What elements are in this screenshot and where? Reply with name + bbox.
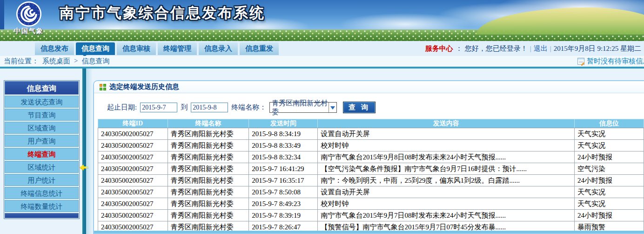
breadcrumb-row: 当前位置： 系统桌面 > 信息查询 暂时没有待审核信息 [0,56,644,67]
sidebar-item[interactable]: 区域统计 [5,161,79,173]
table-row[interactable]: 240305002005027青秀区南阳新光村委2015-9-7 8:39:19… [98,210,644,221]
nav-bar: 信息发布信息查询信息审核终端管理信息录入信息重发 服务中心： 您好，您已经登录！… [0,41,644,56]
nav-tab[interactable]: 信息发布 [35,42,74,55]
table-cell: 空气污染 [575,163,644,175]
page: 中国气象 南宁市气象综合信息发布系统 信息发布信息查询信息审核终端管理信息录入信… [0,0,644,234]
panel-title: 选定终端发送历史信息 [109,83,179,91]
table-cell: 青秀区南阳新光村委 [168,151,249,163]
breadcrumb-current: 信息查询 [81,57,109,66]
date-range-label: 起止日期: [107,103,137,112]
column-header: 终端ID [98,119,168,128]
table-cell: 24小时预报 [575,151,644,163]
table-cell: 设置自动开关屏 [318,186,575,198]
panel-grid-icon [100,84,106,90]
table-cell: 2015-9-7 8:49:23 [249,198,318,210]
column-header: 发送内容 [318,119,575,128]
nav-tab[interactable]: 信息审核 [117,42,156,55]
chevron-down-icon[interactable] [329,103,336,112]
table-cell: 【空气污染气象条件预报】南宁市气象台9月7日16时提供：预计...... [318,163,575,175]
nav-tab[interactable]: 信息录入 [199,42,238,55]
date-to-input[interactable] [191,103,228,112]
table-cell: 2015-9-7 16:35:17 [249,175,318,186]
table-cell: 青秀区南阳新光村委 [168,163,249,175]
sidebar-footer [5,213,79,218]
table-row[interactable]: 240305002005027青秀区南阳新光村委2015-9-8 8:32:34… [98,151,644,163]
table-cell: 240305002005027 [98,186,168,198]
table-cell: 2015-9-8 8:33:49 [249,140,318,151]
breadcrumb-home-link[interactable]: 系统桌面 [42,57,70,66]
to-label: 到 [181,103,188,112]
table-cell: 青秀区南阳新光村委 [168,175,249,186]
terminal-select[interactable]: 青秀区南阳新光村委 [269,102,337,113]
table-row[interactable]: 240305002005027青秀区南阳新光村委2015-9-7 16:35:1… [98,175,644,186]
query-button[interactable]: 查 询 [343,102,376,113]
separator: | [530,45,531,53]
breadcrumb-label: 当前位置： [4,57,39,66]
table-cell: 校对时钟 [318,198,575,210]
breadcrumb: 当前位置： 系统桌面 > 信息查询 [4,57,109,66]
table-cell: 南宁市气象台2015年9月7日08时发布未来24小时天气预报...... [318,210,575,221]
table-cell: 天气实况 [575,128,644,140]
notepad-pencil-icon [577,58,584,65]
table-cell: 240305002005027 [98,128,168,140]
sidebar-item[interactable]: 终端信息统计 [5,187,79,199]
table-cell: 南宁市气象台2015年9月8日08时发布未来24小时天气预报...... [318,151,575,163]
bottom-scrollbar [94,231,644,233]
table-row[interactable]: 240305002005027青秀区南阳新光村委2015-9-7 16:41:2… [98,163,644,175]
review-notice-text: 暂时没有待审核信息 [587,57,644,66]
table-row[interactable]: 240305002005027青秀区南阳新光村委2015-9-7 8:50:08… [98,186,644,198]
table-cell: 24小时预报 [575,175,644,186]
date-from-input[interactable] [140,103,177,112]
sidebar-item[interactable]: 节目查询 [5,109,79,121]
logout-link[interactable]: 退出 [534,44,548,53]
table-cell: 青秀区南阳新光村委 [168,210,249,221]
sidebar-item[interactable]: 发送状态查询 [5,96,79,108]
nav-tab[interactable]: 终端管理 [158,42,197,55]
table-cell: 校对时钟 [318,140,575,151]
table-cell: 240305002005027 [98,151,168,163]
nav-tabs: 信息发布信息查询信息审核终端管理信息录入信息重发 [35,42,279,55]
table-header-row: 终端ID终端名称发送时间发送内容信息位 [98,119,644,128]
query-form: 起止日期: 到 终端名称： 青秀区南阳新光村委 查 询 [107,102,644,113]
table-cell: 2015-9-7 8:50:08 [249,186,318,198]
table-cell: 青秀区南阳新光村委 [168,128,249,140]
datetime-text: 2015年9月8日 9:12:25 星期二 [554,44,641,53]
table-cell: 2015-9-8 8:32:34 [249,151,318,163]
nav-tab[interactable]: 信息查询 [76,42,115,55]
breadcrumb-separator: > [74,57,78,66]
table-cell: 24小时预报 [575,210,644,221]
banner: 中国气象 南宁市气象综合信息发布系统 [0,0,644,41]
nav-tab[interactable]: 信息重发 [240,42,279,55]
sidebar: 信息查询 发送状态查询节目查询区域查询用户查询终端查询区域统计用户统计终端信息统… [4,80,80,219]
table-cell: 240305002005027 [98,140,168,151]
collapse-arrow-icon[interactable] [77,165,84,170]
sidebar-item[interactable]: 用户统计 [5,174,79,186]
table-cell: 2015-9-7 16:41:29 [249,163,318,175]
review-notice: 暂时没有待审核信息 [577,57,644,66]
table-row[interactable]: 240305002005027青秀区南阳新光村委2015-9-7 8:49:23… [98,198,644,210]
user-bar: 服务中心： 您好，您已经登录！ | 退出 | 2015年9月8日 9:12:25… [425,41,641,56]
service-center-label: 服务中心 [425,44,453,53]
table-cell: 2015-9-7 8:39:19 [249,210,318,221]
table-cell: 南宁：今晚到明天，中雨，25到29度，偏东风1到2级。白露踏...... [318,175,575,186]
sidebar-item[interactable]: 终端数量统计 [5,200,79,212]
sidebar-item[interactable]: 用户查询 [5,135,79,147]
history-table: 终端ID终端名称发送时间发送内容信息位 240305002005027青秀区南阳… [98,119,644,233]
terminal-name-label: 终端名称： [231,103,266,112]
app-title: 南宁市气象综合信息发布系统 [60,3,265,23]
sidebar-item[interactable]: 终端查询 [5,148,79,160]
table-cell: 天气实况 [575,186,644,198]
table-body: 240305002005027青秀区南阳新光村委2015-9-8 8:34:19… [98,128,644,233]
hill-decoration [476,7,644,34]
content-area: 信息查询 发送状态查询节目查询区域查询用户查询终端查询区域统计用户统计终端信息统… [0,69,644,234]
table-row[interactable]: 240305002005027青秀区南阳新光村委2015-9-8 8:34:19… [98,128,644,140]
table-cell: 2015-9-8 8:34:19 [249,128,318,140]
table-cell: 240305002005027 [98,210,168,221]
table-cell: 青秀区南阳新光村委 [168,198,249,210]
table-cell: 240305002005027 [98,175,168,186]
table-cell: 天气实况 [575,140,644,151]
table-row[interactable]: 240305002005027青秀区南阳新光村委2015-9-8 8:33:49… [98,140,644,151]
sidebar-title: 信息查询 [5,81,79,95]
sidebar-collapse-bar[interactable] [82,69,86,234]
sidebar-item[interactable]: 区域查询 [5,122,79,134]
